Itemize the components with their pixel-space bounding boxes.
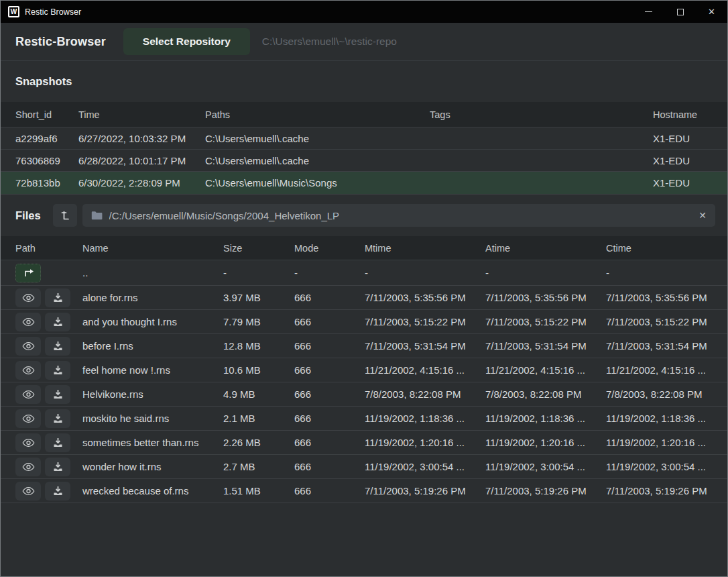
download-file-button[interactable]: [45, 337, 70, 356]
file-ctime: 7/8/2003, 8:22:08 PM: [606, 388, 715, 400]
column-header-path: Path: [15, 243, 82, 254]
snapshot-short-id: 72b813bb: [15, 177, 78, 189]
maximize-button[interactable]: [664, 1, 696, 23]
file-mtime: 7/11/2003, 5:35:56 PM: [365, 292, 485, 303]
app-header: Restic-Browser Select Repository C:\User…: [1, 23, 727, 61]
file-size: 2.26 MB: [223, 437, 294, 448]
preview-eye-icon: [22, 438, 35, 448]
preview-eye-icon: [22, 317, 35, 327]
preview-eye-icon: [22, 342, 35, 351]
file-row-actions: [15, 482, 82, 501]
preview-file-button[interactable]: [15, 433, 41, 452]
select-repository-button[interactable]: Select Repository: [123, 28, 250, 55]
file-row-actions: [15, 288, 82, 307]
snapshot-row[interactable]: a2299af66/27/2022, 10:03:32 PMC:\Users\e…: [1, 127, 727, 150]
file-row-actions: [15, 361, 82, 380]
file-ctime: 7/11/2003, 5:15:22 PM: [606, 316, 715, 327]
preview-file-button[interactable]: [15, 313, 41, 331]
file-atime: 7/11/2003, 5:31:54 PM: [485, 340, 606, 352]
parent-name: ..: [82, 267, 223, 278]
snapshot-paths: C:\Users\emuell\.cache: [205, 155, 430, 166]
file-ctime: 11/19/2002, 3:00:54 ...: [606, 461, 715, 472]
preview-eye-icon: [22, 293, 35, 303]
snapshot-row[interactable]: 763068696/28/2022, 10:01:17 PMC:\Users\e…: [1, 150, 727, 172]
snapshot-short-id: a2299af6: [15, 133, 78, 144]
go-up-arrow-icon: [21, 268, 35, 278]
current-path-box: ✕: [82, 204, 715, 227]
preview-file-button[interactable]: [15, 361, 41, 380]
snapshot-short-id: 76306869: [15, 155, 78, 166]
download-file-button[interactable]: [45, 361, 70, 380]
file-row[interactable]: wrecked because of.rns1.51 MB6667/11/200…: [1, 479, 727, 503]
file-mtime: 7/11/2003, 5:15:22 PM: [365, 316, 485, 327]
tree-mode-toggle-button[interactable]: [53, 204, 77, 227]
download-icon: [53, 413, 63, 423]
download-file-button[interactable]: [45, 409, 70, 428]
empty-area: [1, 503, 727, 576]
download-icon: [53, 317, 63, 327]
minimize-button[interactable]: [633, 1, 664, 23]
column-header-time: Time: [78, 109, 205, 120]
download-file-button[interactable]: [45, 313, 70, 331]
download-file-button[interactable]: [45, 288, 70, 307]
preview-file-button[interactable]: [15, 385, 41, 404]
app-window: W Restic Browser ✕ Restic-Browser Select…: [0, 0, 728, 577]
file-row[interactable]: wonder how it.rns2.7 MB66611/19/2002, 3:…: [1, 455, 727, 479]
preview-eye-icon: [22, 414, 35, 423]
column-header-mtime: Mtime: [365, 243, 485, 254]
snapshot-time: 6/28/2022, 10:01:17 PM: [78, 155, 205, 166]
file-row[interactable]: Helvikone.rns4.9 MB6667/8/2003, 8:22:08 …: [1, 382, 727, 407]
file-name: moskito he said.rns: [82, 413, 223, 424]
file-row[interactable]: moskito he said.rns2.1 MB66611/19/2002, …: [1, 407, 727, 431]
file-mtime: 11/21/2002, 4:15:16 ...: [365, 364, 485, 376]
preview-file-button[interactable]: [15, 482, 41, 501]
file-size: 2.7 MB: [223, 461, 294, 472]
snapshot-row[interactable]: 72b813bb6/30/2022, 2:28:09 PMC:\Users\em…: [1, 172, 727, 195]
files-table-body: alone for.rns3.97 MB6667/11/2003, 5:35:5…: [1, 286, 727, 503]
file-row[interactable]: alone for.rns3.97 MB6667/11/2003, 5:35:5…: [1, 286, 727, 310]
download-file-button[interactable]: [45, 482, 70, 501]
file-mode: 666: [294, 437, 365, 448]
file-row[interactable]: feel home now !.rns10.6 MB66611/21/2002,…: [1, 358, 727, 382]
parent-atime: -: [485, 267, 606, 278]
preview-file-button[interactable]: [15, 288, 41, 307]
download-file-button[interactable]: [45, 385, 70, 404]
file-atime: 7/11/2003, 5:15:22 PM: [485, 316, 606, 327]
file-row[interactable]: sometimes better than.rns2.26 MB66611/19…: [1, 431, 727, 455]
snapshots-heading: Snapshots: [1, 61, 727, 102]
parent-directory-row[interactable]: .. - - - - -: [1, 260, 727, 286]
preview-eye-icon: [22, 462, 35, 472]
parent-size: -: [223, 267, 294, 278]
download-file-button[interactable]: [45, 458, 70, 476]
column-header-mode: Mode: [294, 243, 365, 254]
preview-file-button[interactable]: [15, 458, 41, 476]
current-path-input[interactable]: [82, 204, 715, 227]
wails-logo-icon: W: [8, 6, 19, 17]
file-row[interactable]: before I.rns12.8 MB6667/11/2003, 5:31:54…: [1, 334, 727, 358]
close-button[interactable]: ✕: [696, 1, 727, 23]
parent-ctime: -: [606, 267, 715, 278]
clear-path-button[interactable]: ✕: [694, 207, 711, 224]
download-icon: [53, 486, 63, 496]
download-icon: [53, 389, 63, 399]
minimize-icon: [645, 11, 652, 12]
window-controls: ✕: [633, 1, 727, 23]
preview-file-button[interactable]: [15, 409, 41, 428]
download-file-button[interactable]: [45, 433, 70, 452]
parent-directory-button[interactable]: [15, 264, 41, 282]
clear-icon: ✕: [699, 210, 707, 221]
column-header-name: Name: [82, 243, 223, 254]
snapshots-table-header: Short_id Time Paths Tags Hostname: [1, 102, 727, 127]
preview-eye-icon: [22, 390, 35, 399]
file-mode: 666: [294, 388, 365, 400]
file-mode: 666: [294, 292, 365, 303]
file-size: 12.8 MB: [223, 340, 294, 352]
file-name: alone for.rns: [82, 292, 223, 303]
file-atime: 11/19/2002, 3:00:54 ...: [485, 461, 606, 472]
snapshot-hostname: X1-EDU: [653, 177, 715, 189]
file-name: wrecked because of.rns: [82, 485, 223, 496]
file-mtime: 7/11/2003, 5:31:54 PM: [365, 340, 485, 352]
file-row[interactable]: and you thought I.rns7.79 MB6667/11/2003…: [1, 310, 727, 334]
close-icon: ✕: [708, 7, 715, 16]
preview-file-button[interactable]: [15, 337, 41, 356]
